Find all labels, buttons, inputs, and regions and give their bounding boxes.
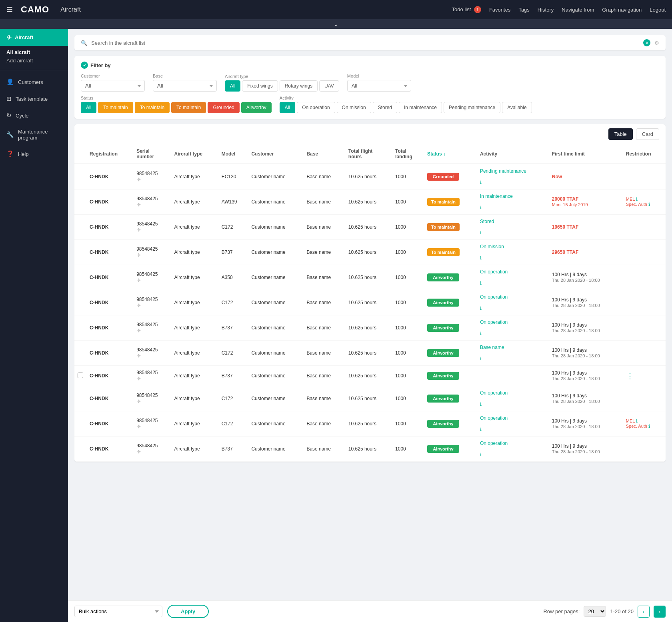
btn-status-airworthy[interactable]: Airworthy bbox=[241, 102, 272, 113]
activity-info-icon[interactable]: ℹ bbox=[480, 230, 482, 235]
row-select-cell bbox=[74, 265, 86, 290]
activity-info-icon[interactable]: ℹ bbox=[480, 356, 482, 361]
btn-status-all[interactable]: All bbox=[81, 102, 96, 113]
tags-link[interactable]: Tags bbox=[518, 7, 529, 13]
activity-info-icon[interactable]: ℹ bbox=[480, 331, 482, 336]
activity-info-icon[interactable]: ℹ bbox=[480, 281, 482, 285]
activity-link[interactable]: On operation bbox=[480, 441, 546, 446]
btn-available[interactable]: Available bbox=[502, 102, 532, 113]
activity-info-icon[interactable]: ℹ bbox=[480, 306, 482, 311]
activity-info-icon[interactable]: ℹ bbox=[480, 402, 482, 407]
btn-stored[interactable]: Stored bbox=[373, 102, 397, 113]
activity-link[interactable]: In maintenance bbox=[480, 193, 546, 199]
filter-active-icon: ✓ bbox=[81, 62, 88, 69]
activity-info-icon[interactable]: ℹ bbox=[480, 180, 482, 185]
btn-status-maintain-3[interactable]: To maintain bbox=[171, 102, 206, 113]
btn-status-maintain-2[interactable]: To maintain bbox=[135, 102, 170, 113]
table-row: C-HNDK 98548425 ✈ Aircraft type B737 Cus… bbox=[74, 437, 666, 462]
activity-link[interactable]: On operation bbox=[480, 294, 546, 300]
search-input[interactable] bbox=[91, 40, 639, 46]
sidebar-item-cycle[interactable]: ↻ Cycle bbox=[0, 107, 68, 124]
base-cell: Base name bbox=[303, 315, 345, 341]
btn-on-mission[interactable]: On mission bbox=[337, 102, 371, 113]
registration-value: C-HNDK bbox=[90, 446, 108, 452]
row-select-cell bbox=[74, 164, 86, 189]
btn-activity-all[interactable]: All bbox=[280, 102, 295, 113]
base-select[interactable]: All bbox=[153, 80, 217, 92]
activity-link[interactable]: On mission bbox=[480, 244, 546, 249]
btn-pending-maintenance[interactable]: Pending maintenance bbox=[444, 102, 500, 113]
activity-link[interactable]: On operation bbox=[480, 319, 546, 325]
logout-link[interactable]: Logout bbox=[650, 7, 666, 13]
history-link[interactable]: History bbox=[538, 7, 554, 13]
restriction-info-icon[interactable]: ℹ bbox=[636, 197, 638, 201]
navigate-from-link[interactable]: Navigate from bbox=[562, 7, 594, 13]
row-select-cell bbox=[74, 240, 86, 265]
btn-fixed-wings[interactable]: Fixed wings bbox=[242, 80, 278, 92]
brand-logo: CAMO bbox=[21, 4, 49, 15]
model-cell: B737 bbox=[218, 437, 248, 462]
row-menu-button[interactable]: ⋮ bbox=[626, 371, 634, 381]
plane-icon: ✈ bbox=[136, 227, 168, 233]
settings-icon[interactable]: ⚙ bbox=[654, 40, 659, 46]
activity-link[interactable]: On operation bbox=[480, 269, 546, 275]
row-select-cell bbox=[74, 189, 86, 215]
nav-collapse-bar[interactable]: ⌄ bbox=[0, 19, 672, 29]
plane-icon: ✈ bbox=[136, 398, 168, 405]
model-select[interactable]: All bbox=[347, 80, 411, 92]
activity-link[interactable]: On operation bbox=[480, 415, 546, 421]
aircraft-table-container: Table Card Registration Serialnumber Air… bbox=[74, 124, 666, 462]
status-badge: To maintain bbox=[427, 198, 460, 206]
row-checkbox[interactable] bbox=[78, 373, 83, 378]
btn-in-maintenance[interactable]: In maintenance bbox=[399, 102, 442, 113]
favorites-link[interactable]: Favorites bbox=[489, 7, 510, 13]
activity-info-icon[interactable]: ℹ bbox=[480, 452, 482, 457]
sidebar-item-help[interactable]: ❓ Help bbox=[0, 146, 68, 162]
sidebar-add-aircraft[interactable]: Add aircraft bbox=[6, 58, 62, 64]
activity-link[interactable]: Base name bbox=[480, 345, 546, 350]
registration-cell: C-HNDK bbox=[86, 341, 133, 366]
graph-navigation-link[interactable]: Graph navigation bbox=[602, 7, 642, 13]
bulk-actions-select[interactable]: Bulk actions bbox=[74, 606, 162, 617]
activity-info-icon[interactable]: ℹ bbox=[480, 255, 482, 260]
sidebar-all-aircraft[interactable]: All aicraft bbox=[6, 49, 62, 55]
apply-button[interactable]: Apply bbox=[167, 605, 209, 618]
next-page-button[interactable]: › bbox=[654, 606, 666, 618]
customer-select[interactable]: All bbox=[81, 80, 145, 92]
btn-rotary-wings[interactable]: Rotary wings bbox=[280, 80, 318, 92]
serial-cell: 98548425 ✈ bbox=[133, 411, 171, 437]
sidebar-item-customers[interactable]: 👤 Customers bbox=[0, 74, 68, 90]
status-cell: Airworthy bbox=[424, 341, 477, 366]
activity-link[interactable]: Stored bbox=[480, 219, 546, 224]
restriction-info-icon[interactable]: ℹ bbox=[636, 419, 638, 423]
col-model: Model bbox=[218, 144, 248, 164]
activity-link[interactable]: On operation bbox=[480, 390, 546, 396]
activity-info-icon[interactable]: ℹ bbox=[480, 427, 482, 432]
btn-view-card[interactable]: Card bbox=[636, 128, 659, 140]
btn-on-operation[interactable]: On operation bbox=[297, 102, 335, 113]
todo-link[interactable]: Todo list 1 bbox=[452, 6, 481, 13]
plane-icon: ✈ bbox=[136, 353, 168, 359]
prev-page-button[interactable]: ‹ bbox=[638, 606, 650, 618]
hamburger-icon[interactable]: ☰ bbox=[6, 5, 13, 14]
sidebar-item-maintenance[interactable]: 🔧 Maintenance program bbox=[0, 124, 68, 146]
activity-link[interactable]: Pending maintenance bbox=[480, 168, 546, 174]
table-row: C-HNDK 98548425 ✈ Aircraft type C172 Cus… bbox=[74, 215, 666, 240]
btn-status-grounded[interactable]: Grounded bbox=[208, 102, 239, 113]
first-limit-cell: 100 Hrs | 9 daysThu 28 Jan 2020 - 18:00 bbox=[549, 366, 623, 386]
btn-uav[interactable]: UAV bbox=[319, 80, 339, 92]
btn-view-table[interactable]: Table bbox=[608, 128, 633, 140]
restriction-info-icon[interactable]: ℹ bbox=[648, 424, 650, 429]
clear-search-icon[interactable]: ✕ bbox=[643, 39, 650, 46]
sidebar-item-aircraft[interactable]: ✈ Aircraft bbox=[0, 29, 68, 46]
restriction-cell bbox=[623, 265, 666, 290]
btn-status-maintain-1[interactable]: To maintain bbox=[98, 102, 133, 113]
activity-info-icon[interactable]: ℹ bbox=[480, 205, 482, 210]
col-status[interactable]: Status ↓ bbox=[424, 144, 477, 164]
aircraft-type-cell: Aircraft type bbox=[171, 189, 218, 215]
btn-all-types[interactable]: All bbox=[225, 80, 240, 92]
restriction-info-icon[interactable]: ℹ bbox=[648, 202, 650, 207]
row-select-cell bbox=[74, 290, 86, 315]
rows-per-page-select[interactable]: 20 50 100 bbox=[584, 606, 606, 617]
sidebar-item-task-template[interactable]: ⊞ Task template bbox=[0, 90, 68, 107]
